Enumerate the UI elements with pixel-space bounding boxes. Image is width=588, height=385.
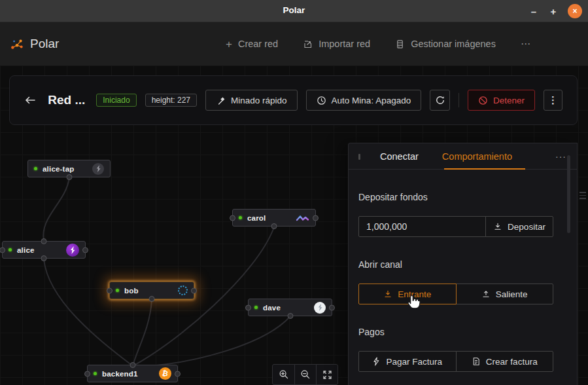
refresh-button[interactable] bbox=[430, 90, 450, 111]
tab-actions[interactable]: Comportamiento bbox=[442, 151, 512, 162]
block-height-badge: height: 227 bbox=[145, 94, 197, 107]
port-bottom[interactable] bbox=[271, 223, 277, 229]
mine-hammer-icon bbox=[216, 96, 226, 105]
status-dot bbox=[254, 306, 258, 309]
deposit-amount-input[interactable] bbox=[358, 216, 486, 237]
lightning-bolt-icon bbox=[372, 357, 381, 366]
port-left[interactable] bbox=[245, 304, 251, 310]
port-bottom[interactable] bbox=[66, 174, 72, 180]
status-dot bbox=[34, 167, 37, 170]
minimize-button[interactable]: – bbox=[528, 7, 539, 16]
node-alice[interactable]: alice bbox=[2, 241, 86, 259]
back-button[interactable] bbox=[24, 94, 37, 107]
create-invoice-button[interactable]: Crear factura bbox=[456, 351, 554, 372]
port-right[interactable] bbox=[191, 287, 197, 293]
stop-icon bbox=[478, 96, 488, 105]
menu-item-create-network[interactable]: + Crear red bbox=[226, 39, 278, 50]
pay-invoice-button[interactable]: Pagar Factura bbox=[358, 351, 457, 372]
incoming-channel-button[interactable]: Entrante bbox=[358, 284, 457, 304]
node-backend1[interactable]: backend1 ₿ bbox=[87, 365, 178, 382]
tap-icon bbox=[92, 163, 104, 175]
close-button[interactable]: × bbox=[568, 4, 582, 18]
download-icon bbox=[493, 222, 502, 231]
port-bottom[interactable] bbox=[41, 255, 47, 261]
port-right[interactable] bbox=[175, 371, 181, 376]
outgoing-upload-icon bbox=[481, 289, 491, 299]
status-dot bbox=[9, 248, 12, 251]
header-menu: + Crear red Importar red bbox=[226, 22, 531, 65]
menu-item-import-network[interactable]: Importar red bbox=[303, 39, 370, 49]
port-right[interactable] bbox=[313, 215, 319, 221]
polar-app-window: Polar – + × Polar bbox=[0, 0, 588, 385]
main-area[interactable]: Red ... Iniciado height: 227 Minado rápi… bbox=[0, 65, 588, 385]
node-carol[interactable]: carol bbox=[232, 209, 316, 227]
node-bob[interactable]: bob bbox=[109, 282, 194, 299]
brand: Polar bbox=[10, 22, 59, 65]
port-right[interactable] bbox=[82, 247, 88, 253]
import-icon bbox=[303, 39, 313, 49]
deposit-button[interactable]: Depositar bbox=[485, 216, 553, 237]
menu-item-manage-images[interactable]: Gestionar imágenes bbox=[395, 39, 496, 49]
stop-network-button[interactable]: Detener bbox=[468, 90, 535, 111]
port-left[interactable] bbox=[0, 247, 5, 253]
node-dave[interactable]: dave bbox=[248, 299, 332, 316]
core-lightning-icon bbox=[296, 214, 309, 222]
zoom-out-button[interactable] bbox=[294, 365, 316, 384]
status-dot bbox=[116, 289, 119, 292]
incoming-download-icon bbox=[383, 289, 392, 299]
clock-icon bbox=[317, 96, 326, 105]
port-bottom[interactable] bbox=[149, 296, 155, 302]
port-bottom[interactable] bbox=[287, 313, 293, 319]
auto-mine-button[interactable]: Auto Mina: Apagado bbox=[306, 90, 422, 111]
panel-resize-grip[interactable] bbox=[579, 192, 586, 201]
eclair-icon bbox=[178, 285, 188, 295]
node-alice-tap[interactable]: alice-tap bbox=[27, 160, 111, 177]
port-left[interactable] bbox=[84, 371, 90, 376]
app-header: Polar + Crear red Importar red bbox=[0, 22, 588, 65]
menu-overflow-button[interactable]: ⋯ bbox=[521, 38, 531, 50]
zoom-in-button[interactable] bbox=[273, 365, 294, 384]
litd-icon bbox=[66, 244, 79, 257]
canvas-zoom-controls bbox=[272, 364, 338, 385]
polar-logo-icon bbox=[10, 37, 24, 50]
invoice-file-icon bbox=[472, 357, 481, 366]
fit-view-button[interactable] bbox=[316, 365, 337, 384]
toolbar-divider bbox=[458, 93, 459, 107]
open-channel-heading: Abrir canal bbox=[358, 259, 553, 270]
tab-connect[interactable]: Conectar bbox=[380, 151, 419, 162]
port-top[interactable] bbox=[130, 362, 135, 368]
status-dot bbox=[94, 372, 97, 375]
window-titlebar: Polar – + × bbox=[0, 0, 588, 22]
panel-tabbar: Conectar Comportamiento ··· bbox=[349, 143, 577, 170]
panel-scrollbar[interactable] bbox=[567, 155, 570, 233]
deposit-funds-heading: Depositar fondos bbox=[358, 192, 553, 202]
port-left[interactable] bbox=[230, 215, 235, 221]
network-toolbar: Red ... Iniciado height: 227 Minado rápi… bbox=[9, 75, 578, 125]
payments-heading: Pagos bbox=[358, 327, 553, 337]
lnd-icon bbox=[314, 302, 326, 314]
images-database-icon bbox=[395, 39, 405, 49]
network-name: Red ... bbox=[48, 93, 85, 107]
window-title: Polar bbox=[0, 5, 588, 15]
port-top[interactable] bbox=[41, 238, 47, 244]
plus-icon: + bbox=[226, 39, 232, 50]
clipped-tab-fragment bbox=[358, 154, 360, 160]
outgoing-channel-button[interactable]: Saliente bbox=[456, 284, 554, 304]
active-tab-underline bbox=[444, 168, 525, 170]
bitcoind-icon: ₿ bbox=[159, 367, 171, 380]
toolbar-more-button[interactable]: ⋮ bbox=[544, 90, 562, 111]
status-dot bbox=[239, 216, 242, 219]
tabs-overflow-button[interactable]: ··· bbox=[555, 151, 577, 162]
port-left[interactable] bbox=[107, 287, 112, 293]
node-detail-panel: Conectar Comportamiento ··· Depositar fo… bbox=[348, 143, 578, 385]
port-right[interactable] bbox=[329, 304, 335, 310]
quick-mine-button[interactable]: Minado rápido bbox=[205, 90, 298, 111]
maximize-button[interactable]: + bbox=[548, 7, 559, 16]
app-name: Polar bbox=[30, 37, 59, 51]
network-status-badge: Iniciado bbox=[96, 94, 136, 107]
